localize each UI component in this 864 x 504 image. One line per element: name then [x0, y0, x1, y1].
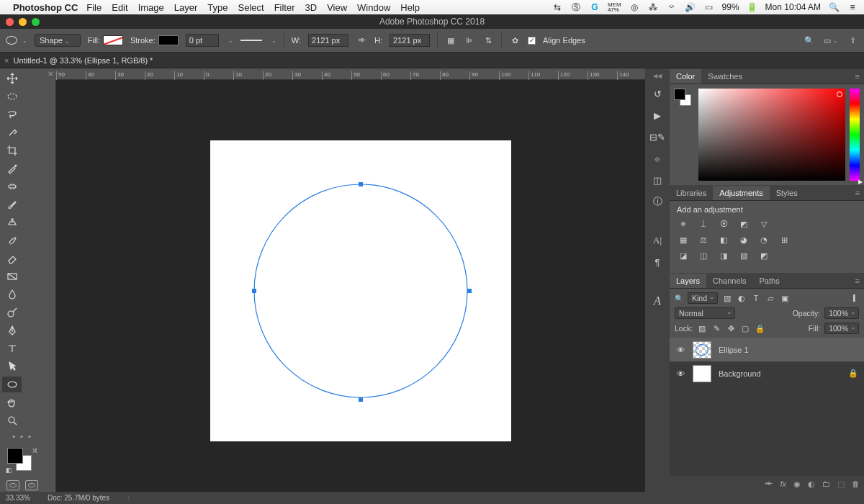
menu-icon[interactable]: ≡ — [847, 2, 858, 12]
posterize-icon[interactable]: ◫ — [697, 250, 710, 261]
shape-tool[interactable] — [2, 377, 22, 392]
lock-pos-icon[interactable]: ✥ — [726, 323, 736, 333]
layer-filter-kind[interactable]: Kind — [688, 292, 718, 304]
pen-tool[interactable] — [2, 323, 22, 338]
align-icon[interactable]: ⊫ — [464, 35, 475, 46]
blur-tool[interactable] — [2, 287, 22, 302]
quick-mask-icon[interactable] — [6, 480, 19, 490]
actions-panel-icon[interactable]: ▶ — [650, 108, 665, 122]
zoom-tool[interactable] — [2, 413, 22, 428]
threshold-icon[interactable]: ◨ — [717, 250, 730, 261]
photo-filter-icon[interactable]: ◕ — [737, 234, 750, 246]
status-menu-icon[interactable]: 〉 — [127, 493, 134, 503]
menu-type[interactable]: Type — [207, 2, 228, 13]
layer-thumb[interactable] — [693, 365, 711, 382]
expand-panels-icon[interactable]: ◀◀ — [653, 73, 662, 79]
history-panel-icon[interactable]: ↺ — [650, 86, 665, 101]
screen-mode-icon[interactable]: ▭⌄ — [825, 35, 837, 46]
color-field[interactable] — [698, 89, 845, 181]
tab-adjustments[interactable]: Adjustments — [713, 186, 770, 200]
opacity-input[interactable]: 100% — [824, 307, 859, 319]
layer-thumb[interactable] — [693, 341, 711, 359]
document-tab[interactable]: Untitled-1 @ 33.3% (Ellipse 1, RGB/8) * — [13, 56, 153, 65]
align-edges-checkbox[interactable]: ✓ — [528, 37, 536, 45]
tab-color[interactable]: Color — [670, 69, 701, 84]
lookup-icon[interactable]: ⊞ — [778, 234, 791, 246]
filter-pixel-icon[interactable]: ▧ — [722, 293, 732, 303]
visibility-icon[interactable]: 👁 — [675, 346, 685, 354]
exposure-icon[interactable]: ◩ — [737, 218, 750, 230]
lock-all-icon[interactable]: 🔒 — [755, 323, 765, 333]
history-brush-tool[interactable] — [2, 233, 22, 248]
zoom-window-button[interactable] — [32, 18, 40, 26]
chevron-down-icon[interactable]: ⌄ — [228, 37, 233, 44]
invert-icon[interactable]: ◪ — [677, 250, 690, 261]
zoom-level[interactable]: 33.33% — [6, 494, 30, 502]
eraser-tool[interactable] — [2, 251, 22, 266]
arrange-icon[interactable]: ⇅ — [482, 35, 494, 46]
tool-preset[interactable]: ⌄ — [6, 36, 27, 45]
lock-artboard-icon[interactable]: ▢ — [740, 323, 750, 333]
brightness-icon[interactable]: ☀ — [677, 218, 690, 230]
color-fgbg[interactable] — [674, 89, 694, 109]
height-input[interactable] — [390, 34, 430, 47]
gradient-tool[interactable] — [2, 269, 22, 284]
ruler-origin[interactable]: ✕ — [45, 68, 56, 80]
menu-view[interactable]: View — [327, 2, 347, 13]
mask-icon[interactable]: ◉ — [793, 480, 801, 489]
battery-icon[interactable]: 🔋 — [747, 2, 758, 12]
lock-icon[interactable]: 🔒 — [848, 369, 858, 378]
tab-styles[interactable]: Styles — [770, 186, 804, 200]
panel-menu-icon[interactable]: ≡ — [851, 189, 864, 197]
clone-stamp-tool[interactable] — [2, 215, 22, 230]
fill-input[interactable]: 100% — [824, 323, 859, 334]
layer-row[interactable]: 👁 Ellipse 1 — [670, 338, 864, 361]
tray-icon[interactable]: ⇆ — [552, 2, 563, 12]
link-icon[interactable]: ⬲ — [356, 35, 367, 46]
gear-icon[interactable]: ✿ — [509, 35, 521, 46]
marquee-tool[interactable] — [2, 89, 22, 104]
tab-libraries[interactable]: Libraries — [670, 186, 713, 200]
visibility-icon[interactable]: 👁 — [675, 369, 685, 378]
selective-color-icon[interactable]: ◩ — [757, 250, 770, 261]
volume-icon[interactable]: 🔊 — [685, 2, 696, 12]
tray-icon[interactable]: Ⓢ — [570, 1, 582, 14]
delete-layer-icon[interactable]: 🗑 — [852, 480, 860, 488]
dodge-tool[interactable] — [2, 305, 22, 320]
menu-layer[interactable]: Layer — [174, 2, 198, 13]
healing-tool[interactable] — [2, 179, 22, 194]
ruler-horizontal[interactable]: 5040302010010203040506070809010011012013… — [56, 68, 645, 80]
lock-pixel-icon[interactable]: ✎ — [711, 323, 721, 333]
blend-mode-select[interactable]: Normal — [675, 307, 735, 319]
color-chips[interactable]: ⤭ ◧ — [4, 446, 40, 474]
hand-tool[interactable] — [2, 395, 22, 410]
lock-trans-icon[interactable]: ▨ — [697, 323, 707, 333]
doc-size[interactable]: Doc: 25.7M/0 bytes — [48, 494, 109, 502]
filter-shape-icon[interactable]: ▱ — [765, 293, 775, 303]
levels-icon[interactable]: ⟘ — [697, 218, 710, 230]
display-icon[interactable]: ▭ — [703, 2, 715, 12]
fill-swatch[interactable] — [103, 35, 123, 45]
app-name[interactable]: Photoshop CC — [13, 2, 78, 13]
vibrance-icon[interactable]: ▽ — [757, 218, 770, 230]
filter-type-icon[interactable]: T — [751, 293, 761, 303]
menu-file[interactable]: File — [86, 2, 102, 13]
stroke-swatch[interactable] — [158, 35, 179, 45]
panel-menu-icon[interactable]: ≡ — [851, 276, 864, 285]
layer-row[interactable]: 👁 Background 🔒 — [670, 361, 864, 385]
panel-menu-icon[interactable]: ≡ — [851, 72, 864, 81]
filter-smart-icon[interactable]: ▣ — [780, 293, 790, 303]
path-select-tool[interactable] — [2, 359, 22, 374]
menu-help[interactable]: Help — [400, 2, 420, 13]
menu-3d[interactable]: 3D — [305, 2, 318, 13]
stroke-style[interactable] — [240, 35, 262, 45]
ruler-vertical[interactable] — [45, 80, 56, 492]
mem-indicator[interactable]: MEM47% — [608, 2, 621, 12]
bw-icon[interactable]: ◧ — [717, 234, 730, 246]
new-layer-icon[interactable]: ⬚ — [837, 480, 845, 489]
share-icon[interactable]: ⇧ — [847, 35, 858, 46]
brush-tool[interactable] — [2, 197, 22, 212]
clone-source-icon[interactable]: ◫ — [650, 173, 665, 187]
info-panel-icon[interactable]: ⓘ — [650, 194, 665, 209]
quick-select-tool[interactable] — [2, 125, 22, 140]
